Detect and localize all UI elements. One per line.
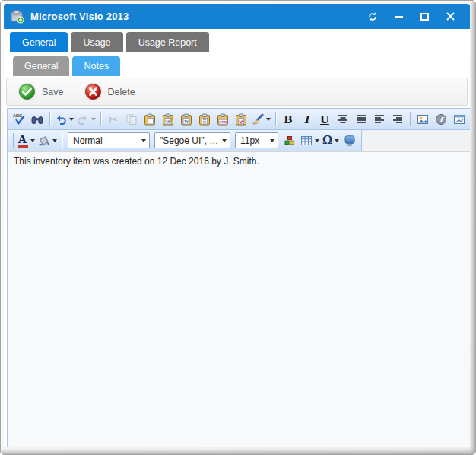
spellcheck-button[interactable]: ABC [10,110,28,129]
dialog-window: Microsoft Visio 2013 Gene [0,0,476,455]
paint-bucket-icon [38,135,50,147]
paste-as-html-button[interactable]: HTML [214,110,232,129]
underline-button[interactable]: U [316,110,334,129]
refresh-icon[interactable] [367,11,379,23]
svg-text:ABC: ABC [13,113,22,118]
app-icon [10,9,24,24]
window-controls [367,11,462,23]
paste-from-word-button[interactable]: W [159,110,177,129]
primary-tabs: General Usage Usage Report [4,29,470,52]
toolbar-separator [49,112,50,126]
save-button[interactable]: Save [13,81,68,103]
font-color-caret[interactable] [30,139,35,142]
close-icon[interactable] [444,11,456,23]
subtab-general[interactable]: General [13,56,69,76]
insert-symbol-caret[interactable] [335,139,339,142]
font-color-button[interactable]: A [17,132,36,150]
image-manager-button[interactable] [414,110,432,129]
scissors-icon: ✂ [109,114,118,125]
find-replace-button[interactable] [28,110,46,129]
save-label: Save [42,87,64,97]
svg-text:HTML: HTML [219,121,227,124]
editor-toolbar-row1: ABC [8,109,470,130]
insert-table-caret[interactable] [315,139,319,142]
media-manager-button[interactable] [450,110,468,129]
insert-snippet-button[interactable] [281,132,299,150]
preview-button[interactable] [341,132,359,150]
delete-label: Delete [108,87,135,97]
font-color-icon: A [18,134,28,148]
action-toolbar: Save Delete [6,78,468,106]
toolbar-separator [410,112,411,126]
titlebar[interactable]: Microsoft Visio 2013 [4,4,470,29]
font-family-caret [222,139,227,142]
editor-toolbar-row2-strip: A Normal [8,130,470,152]
align-center-button[interactable] [334,110,352,129]
maximize-icon[interactable] [418,11,430,23]
paste-word-nofonts-button[interactable]: W [177,110,195,129]
tab-usage-report[interactable]: Usage Report [126,32,209,52]
editor-content-area[interactable]: This inventory item was created on 12 De… [8,152,470,447]
note-text: This inventory item was created on 12 De… [14,156,259,167]
font-size-select[interactable]: 11px [235,132,278,148]
paragraph-style-select[interactable]: Normal [68,132,150,148]
subtab-notes[interactable]: Notes [72,56,120,76]
copy-button[interactable] [122,110,141,129]
toolbar-separator [275,112,276,126]
cut-button[interactable]: ✂ [104,110,122,129]
italic-icon: I [304,113,309,126]
toolbar-separator [62,133,62,148]
paste-button[interactable] [141,110,159,129]
flash-manager-button[interactable]: f [432,110,450,129]
paste-html-button[interactable] [232,110,250,129]
font-size-value: 11px [240,135,268,146]
insert-table-button[interactable] [299,132,321,150]
secondary-tabs: General Notes [4,52,470,76]
paste-plain-text-button[interactable] [195,110,214,129]
table-icon [300,135,313,147]
omega-icon: Ω [322,135,332,146]
delete-x-icon [84,82,103,101]
align-justify-button[interactable] [352,110,370,129]
align-right-button[interactable] [389,110,407,129]
format-stripper-caret[interactable] [266,118,271,121]
undo-dropdown-caret[interactable] [69,118,74,121]
delete-button[interactable]: Delete [79,81,140,103]
save-check-icon [17,82,36,101]
tab-usage[interactable]: Usage [71,32,122,52]
blocks-icon [284,135,296,147]
bold-button[interactable]: B [279,110,297,129]
screen-icon [344,135,356,147]
paragraph-style-value: Normal [73,135,139,146]
svg-text:W: W [184,119,189,124]
editor-toolbar-row2: A Normal [8,130,362,151]
tab-general[interactable]: General [10,32,68,52]
align-left-button[interactable] [370,110,389,129]
undo-button[interactable] [53,110,75,129]
toolbar-separator [100,112,101,126]
bold-icon: B [284,113,292,126]
font-family-value: "Segoe UI", V... [160,135,220,146]
format-stripper-button[interactable] [250,110,272,129]
redo-button[interactable] [75,110,97,129]
background-color-caret[interactable] [52,139,57,142]
minimize-icon[interactable] [392,11,405,23]
toolbar-separator [13,133,14,148]
font-family-select[interactable]: "Segoe UI", V... [154,132,230,148]
insert-symbol-button[interactable]: Ω [321,132,341,150]
italic-button[interactable]: I [297,110,316,129]
window-body: Microsoft Visio 2013 Gene [4,4,470,447]
background-color-button[interactable] [36,132,59,150]
rich-text-editor: ABC [7,108,470,447]
paragraph-style-caret [141,139,146,142]
redo-dropdown-caret[interactable] [91,118,96,121]
underline-icon: U [320,113,329,126]
window-title: Microsoft Visio 2013 [30,11,129,22]
font-size-caret [270,139,274,142]
